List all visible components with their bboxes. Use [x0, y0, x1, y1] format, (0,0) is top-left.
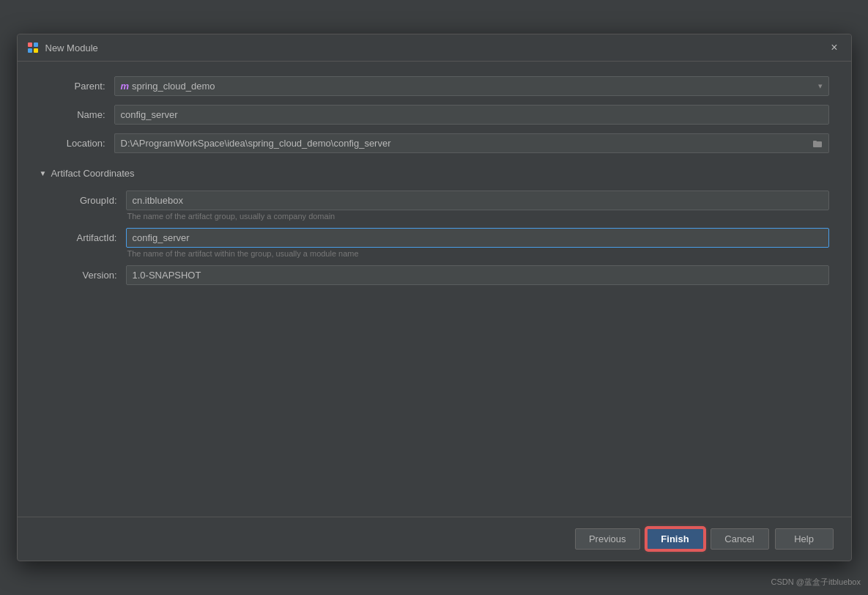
artifactid-hint: The name of the artifact within the grou… [127, 249, 829, 258]
parent-label: Parent: [40, 81, 105, 92]
artifactid-row: ArtifactId: [51, 228, 829, 248]
artifact-section-title: Artifact Coordinates [51, 168, 134, 179]
help-button[interactable]: Help [775, 528, 834, 550]
name-input[interactable] [114, 105, 829, 125]
name-label: Name: [40, 109, 105, 120]
svg-rect-0 [28, 42, 32, 47]
title-bar: New Module × [18, 34, 851, 62]
groupid-group: GroupId: The name of the artifact group,… [51, 191, 829, 221]
artifact-section-header: ▼ Artifact Coordinates [40, 168, 829, 179]
groupid-row: GroupId: [51, 191, 829, 210]
svg-rect-5 [813, 141, 817, 142]
version-row: Version: [51, 265, 829, 285]
artifact-section: GroupId: The name of the artifact group,… [51, 191, 829, 285]
version-label: Version: [51, 270, 117, 281]
dialog-content: Parent: mspring_cloud_demo ▾ Name: Locat… [18, 62, 851, 517]
artifactid-group: ArtifactId: The name of the artifact wit… [51, 228, 829, 258]
browse-button[interactable] [806, 133, 829, 153]
close-button[interactable]: × [826, 40, 842, 55]
svg-rect-2 [28, 48, 32, 53]
dialog-title: New Module [45, 42, 98, 53]
parent-select[interactable]: mspring_cloud_demo ▾ [114, 76, 829, 96]
dialog-footer: Previous Finish Cancel Help [18, 517, 851, 561]
watermark: CSDN @蓝盒子itbluebox [771, 577, 861, 588]
parent-value: mspring_cloud_demo [121, 81, 215, 92]
new-module-dialog: New Module × Parent: mspring_cloud_demo … [17, 34, 852, 561]
artifactid-label: ArtifactId: [51, 232, 117, 243]
parent-dropdown-arrow: ▾ [818, 81, 823, 91]
svg-rect-3 [34, 48, 38, 53]
collapse-triangle-icon[interactable]: ▼ [40, 169, 47, 177]
svg-rect-4 [813, 141, 822, 147]
folder-icon [812, 138, 823, 149]
location-input-group [114, 133, 829, 153]
name-row: Name: [40, 105, 829, 125]
location-label: Location: [40, 138, 105, 149]
version-input[interactable] [126, 265, 829, 285]
location-input[interactable] [114, 133, 806, 153]
title-bar-left: New Module [26, 41, 98, 54]
groupid-label: GroupId: [51, 195, 117, 206]
groupid-input[interactable] [126, 191, 829, 210]
finish-button[interactable]: Finish [646, 528, 705, 550]
module-icon [26, 41, 40, 54]
svg-rect-1 [34, 42, 38, 47]
previous-button[interactable]: Previous [575, 528, 640, 550]
artifactid-input[interactable] [126, 228, 829, 248]
parent-m-icon: m [121, 81, 130, 92]
groupid-hint: The name of the artifact group, usually … [127, 212, 829, 221]
parent-row: Parent: mspring_cloud_demo ▾ [40, 76, 829, 96]
location-row: Location: [40, 133, 829, 153]
cancel-button[interactable]: Cancel [711, 528, 769, 550]
